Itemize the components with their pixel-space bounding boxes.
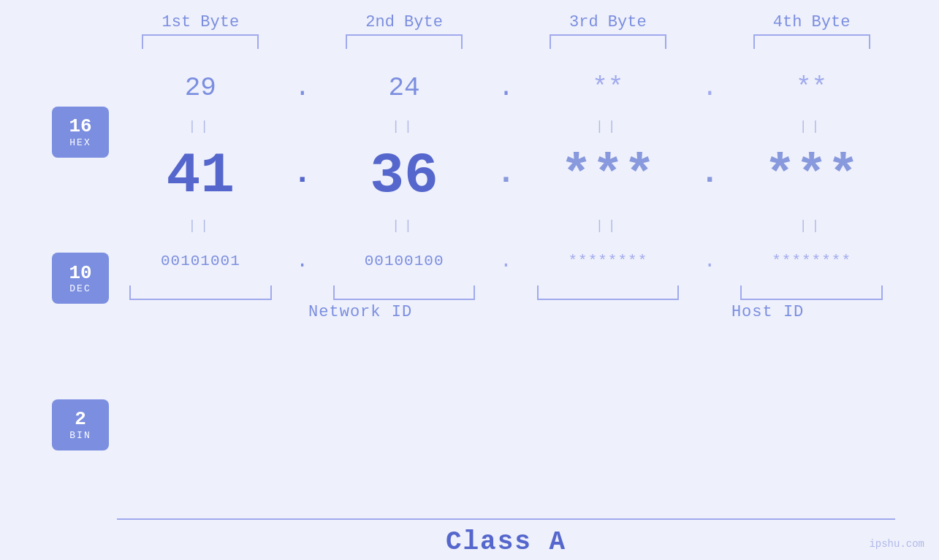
dec-sep1: . [293,155,312,191]
byte-header-1: 1st Byte [117,13,284,31]
bin-badge: 2 BIN [52,399,109,450]
hex-badge-label: HEX [69,137,91,148]
bin-sep1: . [296,250,308,272]
class-label: Class A [446,527,566,557]
byte-header-3: 3rd Byte [525,13,692,31]
top-bracket-4 [753,34,870,49]
bin-b2: 00100100 [365,253,444,269]
hex-b1: 29 [185,73,216,103]
bin-b3: ******** [568,253,647,269]
bin-b1: 00101001 [161,253,240,269]
equals-row-2: || || || || [117,212,895,239]
dec-b1: 41 [167,144,235,208]
top-bracket-2 [346,34,463,49]
bin-row: 00101001 . 00100100 . ******** . [117,239,895,283]
eq1-b3: || [596,119,620,134]
dec-sep3: . [700,155,719,191]
bin-badge-num: 2 [75,409,86,430]
byte-header-2: 2nd Byte [321,13,488,31]
dec-sep2: . [496,155,515,191]
dec-badge-num: 10 [69,263,91,284]
equals-row-1: || || || || [117,113,895,139]
bottom-bracket-network-right [333,285,475,300]
hex-badge-num: 16 [69,116,91,137]
bottom-bracket-network-left [129,285,271,300]
dec-badge-label: DEC [69,283,91,294]
hex-sep1: . [294,73,311,103]
hex-sep3: . [702,73,718,103]
hex-sep2: . [498,73,514,103]
eq1-b1: || [189,119,213,134]
main-container: 1st Byte 2nd Byte 3rd Byte 4th Byte 16 [0,0,939,560]
dec-b3: *** [560,146,655,206]
eq2-b2: || [392,218,417,233]
eq2-b4: || [799,218,824,233]
top-bracket-3 [550,34,666,49]
bottom-bracket-host-right [740,285,882,300]
bin-badge-label: BIN [69,430,91,441]
hex-badge: 16 HEX [52,107,109,158]
network-id-label: Network ID [308,303,412,321]
host-id-label: Host ID [731,303,804,321]
dec-badge: 10 DEC [52,253,109,304]
bottom-brackets [117,285,895,300]
eq2-b1: || [189,218,213,233]
bin-b4: ******** [772,253,851,269]
eq1-b2: || [392,119,417,134]
bottom-bracket-host-left [537,285,679,300]
bin-sep2: . [500,250,512,272]
id-labels: Network ID Host ID [117,303,895,321]
class-row: Class A [117,518,895,560]
hex-b3: ** [592,73,623,103]
watermark: ipshu.com [869,538,924,550]
hex-row: 29 . 24 . ** . ** [117,62,895,113]
hex-b2: 24 [389,73,420,103]
top-bracket-1 [142,34,259,49]
dec-b2: 36 [370,144,438,208]
dec-b4: *** [764,146,859,206]
byte-header-4: 4th Byte [728,13,895,31]
eq1-b4: || [799,119,824,134]
dec-row: 41 . 36 . *** . *** [117,139,895,212]
bin-sep3: . [704,250,716,272]
hex-b4: ** [796,73,827,103]
eq2-b3: || [596,218,620,233]
